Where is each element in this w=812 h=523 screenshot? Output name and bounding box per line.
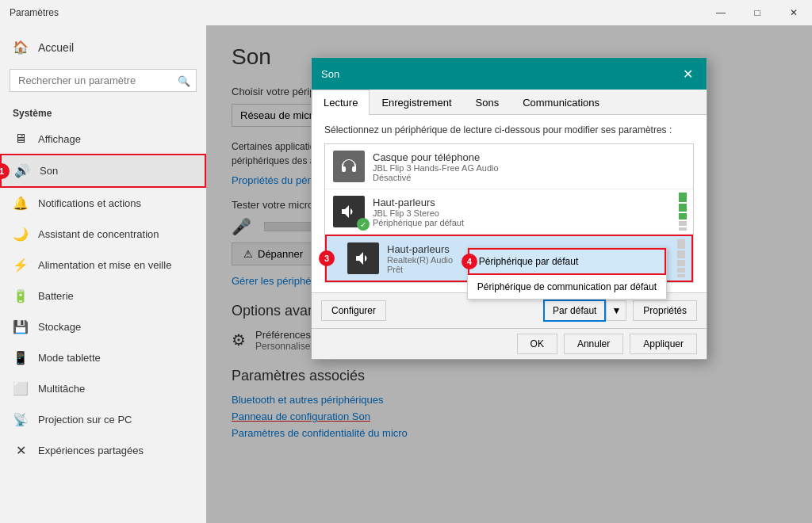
- vol-bar-1: [679, 193, 687, 202]
- dialog-title: Son: [321, 68, 339, 80]
- power-icon: ⚡: [13, 258, 29, 273]
- sidebar-item-label: Multitâche: [38, 383, 85, 395]
- sidebar-item-label: Affichage: [38, 133, 81, 145]
- apply-button[interactable]: Appliquer: [630, 334, 697, 354]
- vol-bar-5: [679, 227, 687, 231]
- headphone-icon: [333, 151, 365, 182]
- device-status: Prêt: [387, 265, 453, 274]
- sidebar-item-label: Alimentation et mise en veille: [38, 259, 171, 271]
- titlebar: Paramètres — □ ✕: [0, 0, 812, 25]
- par-defaut-button[interactable]: Par défaut: [543, 300, 606, 322]
- sidebar-item-experiences[interactable]: ✕ Expériences partagées: [0, 435, 206, 466]
- footer-right: Par défaut ▼ Propriétés: [543, 300, 697, 322]
- sound-icon: 🔊: [14, 163, 30, 178]
- tablet-icon: 📱: [13, 350, 29, 365]
- close-button[interactable]: ✕: [776, 0, 812, 25]
- sidebar-item-assistant[interactable]: 🌙 Assistant de concentration: [0, 219, 206, 250]
- device-status: Périphérique par défaut: [373, 218, 464, 227]
- device-name: Haut-parleurs: [387, 243, 453, 255]
- tab-communications[interactable]: Communications: [511, 90, 611, 115]
- battery-icon: 🔋: [13, 288, 29, 303]
- sidebar-item-affichage[interactable]: 🖥 Affichage: [0, 124, 206, 154]
- sidebar: 🏠 Accueil 🔍 Système 🖥 Affichage 1 🔊 Son …: [0, 25, 206, 523]
- dropdown-item-label: Périphérique par défaut: [479, 256, 578, 267]
- projection-icon: 📡: [13, 412, 29, 427]
- device-status: Désactivé: [373, 173, 499, 182]
- dialog-overlay: Son ✕ Lecture Enregistrement Sons Commun…: [206, 25, 812, 523]
- sidebar-item-notifications[interactable]: 🔔 Notifications et actions: [0, 188, 206, 219]
- dropdown-item-label: Périphérique de communication par défaut: [477, 281, 657, 292]
- annotation-badge-3: 3: [319, 250, 335, 266]
- dialog-tabs: Lecture Enregistrement Sons Communicatio…: [312, 90, 707, 115]
- sidebar-item-label: Stockage: [38, 321, 81, 333]
- dropdown-item-par-defaut[interactable]: 4 Périphérique par défaut: [468, 248, 666, 275]
- vol-bar-4: [677, 268, 685, 273]
- footer-left: Configurer: [321, 300, 386, 321]
- sidebar-item-label: Expériences partagées: [38, 445, 144, 456]
- default-check-icon: ✓: [357, 218, 370, 231]
- vol-bar-4: [679, 221, 687, 226]
- dialog-titlebar: Son ✕: [312, 58, 707, 90]
- device-item-casque[interactable]: Casque pour téléphone JBL Flip 3 Hands-F…: [325, 144, 693, 189]
- annotation-badge-4: 4: [462, 254, 477, 269]
- tab-lecture[interactable]: Lecture: [312, 90, 370, 115]
- tab-enregistrement[interactable]: Enregistrement: [370, 90, 463, 115]
- son-dialog: Son ✕ Lecture Enregistrement Sons Commun…: [311, 57, 707, 360]
- device-volume: [679, 193, 687, 231]
- sidebar-item-alimentation[interactable]: ⚡ Alimentation et mise en veille: [0, 250, 206, 281]
- assistant-icon: 🌙: [13, 227, 29, 242]
- sidebar-item-multitache[interactable]: ⬜ Multitâche: [0, 373, 206, 404]
- device-name: Casque pour téléphone: [373, 151, 499, 163]
- search-box: 🔍: [10, 69, 197, 92]
- device-info-casque: Casque pour téléphone JBL Flip 3 Hands-F…: [373, 151, 499, 182]
- vol-bar-2: [679, 204, 687, 212]
- dialog-footer: Configurer Par défaut ▼ Propriétés 4: [312, 292, 707, 328]
- dialog-close-button[interactable]: ✕: [678, 64, 697, 83]
- ok-button[interactable]: OK: [517, 334, 557, 354]
- maximize-button[interactable]: □: [739, 0, 776, 25]
- proprietes-button[interactable]: Propriétés: [633, 300, 697, 321]
- sidebar-home-label: Accueil: [38, 41, 74, 54]
- device-item-haut-parleurs-jbl[interactable]: ✓ Haut-parleurs JBL Flip 3 Stereo Périph…: [325, 189, 693, 235]
- vol-bar-3: [677, 260, 685, 266]
- dialog-description: Sélectionnez un périphérique de lecture …: [324, 124, 694, 136]
- sidebar-item-label: Notifications et actions: [38, 197, 141, 209]
- content-area: Son Choisir votre périphérique d'entrée …: [206, 25, 812, 523]
- device-sub: JBL Flip 3 Hands-Free AG Audio: [373, 163, 499, 173]
- storage-icon: 💾: [13, 319, 29, 334]
- par-defaut-arrow-button[interactable]: ▼: [606, 300, 626, 321]
- cancel-button[interactable]: Annuler: [564, 334, 623, 354]
- configurer-button[interactable]: Configurer: [321, 300, 386, 321]
- device-volume-realtek: [677, 239, 685, 277]
- vol-bar-5: [677, 274, 685, 277]
- sidebar-section-title: Système: [0, 98, 206, 124]
- device-sub: JBL Flip 3 Stereo: [373, 208, 464, 218]
- speaker-icon: [347, 242, 379, 274]
- sidebar-item-label: Batterie: [38, 290, 74, 302]
- dropdown-item-communication[interactable]: Périphérique de communication par défaut: [468, 275, 666, 299]
- sidebar-home[interactable]: 🏠 Accueil: [0, 32, 206, 63]
- search-input[interactable]: [10, 69, 197, 92]
- vol-bar-1: [677, 239, 685, 249]
- annotation-badge-1: 1: [0, 163, 10, 179]
- multitask-icon: ⬜: [13, 381, 29, 396]
- device-name: Haut-parleurs: [373, 197, 464, 208]
- display-icon: 🖥: [13, 132, 29, 146]
- minimize-button[interactable]: —: [703, 0, 739, 25]
- sidebar-item-tablette[interactable]: 📱 Mode tablette: [0, 342, 206, 373]
- sidebar-item-label: Projection sur ce PC: [38, 414, 132, 426]
- par-defaut-button-group: Par défaut ▼: [543, 300, 626, 322]
- sidebar-item-label: Mode tablette: [38, 352, 101, 364]
- sidebar-item-stockage[interactable]: 💾 Stockage: [0, 311, 206, 342]
- sidebar-item-son[interactable]: 1 🔊 Son: [0, 154, 206, 188]
- device-sub: Realtek(R) Audio: [387, 255, 453, 265]
- sidebar-item-batterie[interactable]: 🔋 Batterie: [0, 281, 206, 311]
- device-info-realtek: Haut-parleurs Realtek(R) Audio Prêt: [387, 243, 453, 274]
- search-icon: 🔍: [178, 74, 190, 86]
- sidebar-item-projection[interactable]: 📡 Projection sur ce PC: [0, 404, 206, 435]
- notifications-icon: 🔔: [13, 196, 29, 211]
- tab-sons[interactable]: Sons: [464, 90, 511, 115]
- main-layout: 🏠 Accueil 🔍 Système 🖥 Affichage 1 🔊 Son …: [0, 25, 812, 523]
- device-info-jbl: Haut-parleurs JBL Flip 3 Stereo Périphér…: [373, 197, 464, 227]
- vol-bar-2: [677, 250, 685, 258]
